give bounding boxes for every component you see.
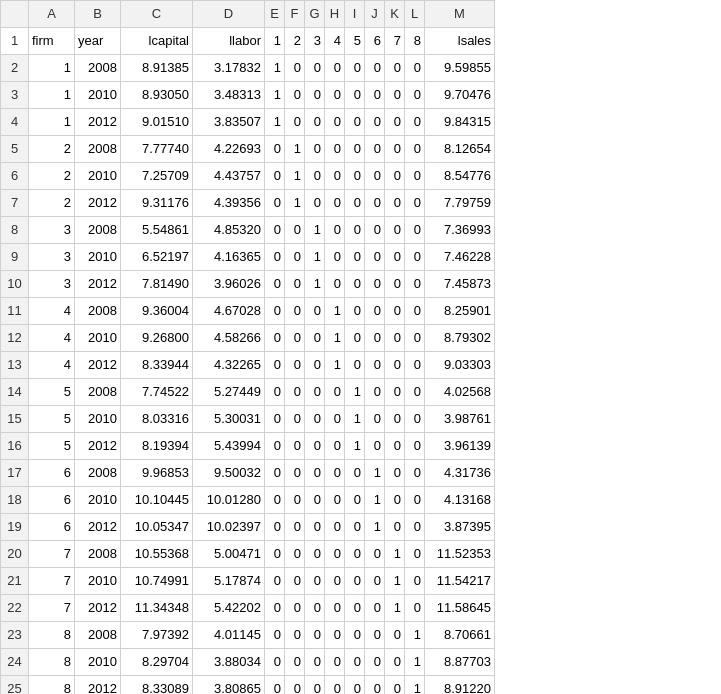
cell-r15-c7[interactable]: 0 xyxy=(305,406,325,433)
cell-r5-c6[interactable]: 1 xyxy=(285,136,305,163)
cell-r10-c7[interactable]: 1 xyxy=(305,271,325,298)
cell-r5-c13[interactable]: 8.12654 xyxy=(425,136,495,163)
cell-r23-c1[interactable]: 8 xyxy=(29,622,75,649)
cell-r5-c8[interactable]: 0 xyxy=(325,136,345,163)
cell-r15-c5[interactable]: 0 xyxy=(265,406,285,433)
cell-r24-c13[interactable]: 8.87703 xyxy=(425,649,495,676)
cell-r22-c4[interactable]: 5.42202 xyxy=(193,595,265,622)
cell-r6-c3[interactable]: 7.25709 xyxy=(121,163,193,190)
cell-r4-c9[interactable]: 0 xyxy=(345,109,365,136)
cell-r20-c11[interactable]: 1 xyxy=(385,541,405,568)
cell-r15-c6[interactable]: 0 xyxy=(285,406,305,433)
cell-r2-c3[interactable]: 8.91385 xyxy=(121,55,193,82)
cell-r10-c11[interactable]: 0 xyxy=(385,271,405,298)
cell-r4-c7[interactable]: 0 xyxy=(305,109,325,136)
cell-r23-c12[interactable]: 1 xyxy=(405,622,425,649)
cell-r4-c12[interactable]: 0 xyxy=(405,109,425,136)
cell-r23-c8[interactable]: 0 xyxy=(325,622,345,649)
cell-r3-c4[interactable]: 3.48313 xyxy=(193,82,265,109)
cell-r3-c7[interactable]: 0 xyxy=(305,82,325,109)
cell-r15-c13[interactable]: 3.98761 xyxy=(425,406,495,433)
cell-r9-c7[interactable]: 1 xyxy=(305,244,325,271)
cell-r5-c4[interactable]: 4.22693 xyxy=(193,136,265,163)
cell-r23-c4[interactable]: 4.01145 xyxy=(193,622,265,649)
cell-r14-c11[interactable]: 0 xyxy=(385,379,405,406)
cell-r11-c11[interactable]: 0 xyxy=(385,298,405,325)
cell-r21-c6[interactable]: 0 xyxy=(285,568,305,595)
cell-r17-c12[interactable]: 0 xyxy=(405,460,425,487)
cell-r12-c6[interactable]: 0 xyxy=(285,325,305,352)
cell-r11-c4[interactable]: 4.67028 xyxy=(193,298,265,325)
cell-r13-c1[interactable]: 4 xyxy=(29,352,75,379)
cell-r15-c11[interactable]: 0 xyxy=(385,406,405,433)
cell-r24-c10[interactable]: 0 xyxy=(365,649,385,676)
cell-r7-c12[interactable]: 0 xyxy=(405,190,425,217)
cell-r20-c8[interactable]: 0 xyxy=(325,541,345,568)
cell-r11-c1[interactable]: 4 xyxy=(29,298,75,325)
cell-r5-c10[interactable]: 0 xyxy=(365,136,385,163)
cell-r3-c11[interactable]: 0 xyxy=(385,82,405,109)
cell-r12-c11[interactable]: 0 xyxy=(385,325,405,352)
cell-r9-c12[interactable]: 0 xyxy=(405,244,425,271)
cell-r2-c2[interactable]: 2008 xyxy=(75,55,121,82)
cell-r16-c4[interactable]: 5.43994 xyxy=(193,433,265,460)
cell-r8-c2[interactable]: 2008 xyxy=(75,217,121,244)
cell-r24-c6[interactable]: 0 xyxy=(285,649,305,676)
cell-r19-c1[interactable]: 6 xyxy=(29,514,75,541)
cell-r3-c2[interactable]: 2010 xyxy=(75,82,121,109)
cell-r8-c12[interactable]: 0 xyxy=(405,217,425,244)
cell-r18-c12[interactable]: 0 xyxy=(405,487,425,514)
cell-r25-c9[interactable]: 0 xyxy=(345,676,365,695)
cell-r25-c4[interactable]: 3.80865 xyxy=(193,676,265,695)
cell-r9-c8[interactable]: 0 xyxy=(325,244,345,271)
cell-r22-c10[interactable]: 0 xyxy=(365,595,385,622)
cell-r17-c8[interactable]: 0 xyxy=(325,460,345,487)
cell-r9-c9[interactable]: 0 xyxy=(345,244,365,271)
cell-r3-c13[interactable]: 9.70476 xyxy=(425,82,495,109)
cell-r24-c3[interactable]: 8.29704 xyxy=(121,649,193,676)
cell-r17-c11[interactable]: 0 xyxy=(385,460,405,487)
cell-r24-c5[interactable]: 0 xyxy=(265,649,285,676)
cell-r22-c1[interactable]: 7 xyxy=(29,595,75,622)
cell-r2-c13[interactable]: 9.59855 xyxy=(425,55,495,82)
cell-r11-c9[interactable]: 0 xyxy=(345,298,365,325)
cell-r4-c5[interactable]: 1 xyxy=(265,109,285,136)
cell-r4-c10[interactable]: 0 xyxy=(365,109,385,136)
cell-r16-c10[interactable]: 0 xyxy=(365,433,385,460)
cell-r8-c5[interactable]: 0 xyxy=(265,217,285,244)
cell-r8-c3[interactable]: 5.54861 xyxy=(121,217,193,244)
cell-r11-c12[interactable]: 0 xyxy=(405,298,425,325)
cell-r19-c4[interactable]: 10.02397 xyxy=(193,514,265,541)
cell-r19-c7[interactable]: 0 xyxy=(305,514,325,541)
cell-r4-c13[interactable]: 9.84315 xyxy=(425,109,495,136)
cell-r22-c11[interactable]: 1 xyxy=(385,595,405,622)
cell-r23-c11[interactable]: 0 xyxy=(385,622,405,649)
cell-r19-c12[interactable]: 0 xyxy=(405,514,425,541)
cell-r23-c2[interactable]: 2008 xyxy=(75,622,121,649)
cell-r8-c1[interactable]: 3 xyxy=(29,217,75,244)
cell-r17-c6[interactable]: 0 xyxy=(285,460,305,487)
cell-r9-c2[interactable]: 2010 xyxy=(75,244,121,271)
cell-r12-c4[interactable]: 4.58266 xyxy=(193,325,265,352)
cell-r22-c3[interactable]: 11.34348 xyxy=(121,595,193,622)
cell-r6-c9[interactable]: 0 xyxy=(345,163,365,190)
cell-r13-c10[interactable]: 0 xyxy=(365,352,385,379)
cell-r21-c8[interactable]: 0 xyxy=(325,568,345,595)
cell-r3-c5[interactable]: 1 xyxy=(265,82,285,109)
cell-r12-c1[interactable]: 4 xyxy=(29,325,75,352)
cell-r22-c5[interactable]: 0 xyxy=(265,595,285,622)
cell-r3-c8[interactable]: 0 xyxy=(325,82,345,109)
cell-r24-c11[interactable]: 0 xyxy=(385,649,405,676)
cell-r15-c10[interactable]: 0 xyxy=(365,406,385,433)
cell-r24-c4[interactable]: 3.88034 xyxy=(193,649,265,676)
cell-r18-c7[interactable]: 0 xyxy=(305,487,325,514)
cell-r17-c1[interactable]: 6 xyxy=(29,460,75,487)
cell-r8-c13[interactable]: 7.36993 xyxy=(425,217,495,244)
cell-r9-c5[interactable]: 0 xyxy=(265,244,285,271)
cell-r23-c3[interactable]: 7.97392 xyxy=(121,622,193,649)
cell-r17-c7[interactable]: 0 xyxy=(305,460,325,487)
cell-r13-c7[interactable]: 0 xyxy=(305,352,325,379)
cell-r7-c7[interactable]: 0 xyxy=(305,190,325,217)
cell-r19-c3[interactable]: 10.05347 xyxy=(121,514,193,541)
cell-r25-c7[interactable]: 0 xyxy=(305,676,325,695)
